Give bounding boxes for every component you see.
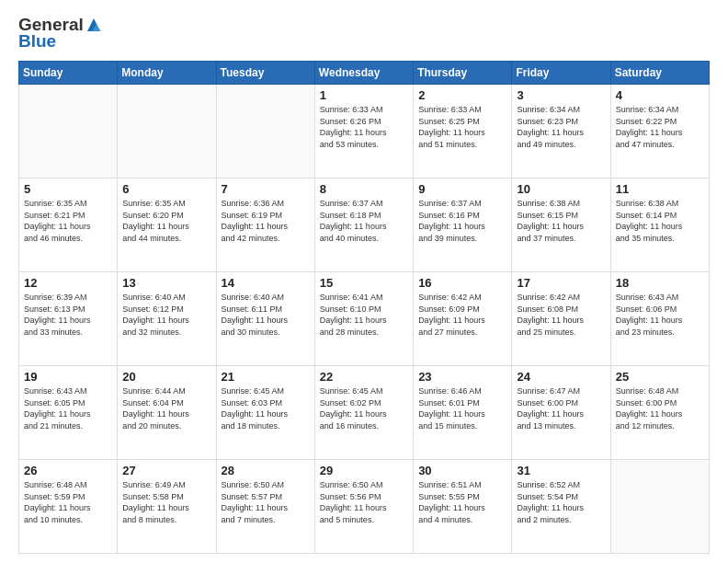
day-number: 18 [616,276,704,290]
day-number: 25 [616,370,704,384]
day-number: 6 [122,182,210,196]
calendar-cell: 26Sunrise: 6:48 AM Sunset: 5:59 PM Dayli… [19,460,118,554]
weekday-header-wednesday: Wednesday [314,62,413,85]
day-number: 23 [418,370,506,384]
logo: General Blue [18,15,104,52]
calendar-cell: 25Sunrise: 6:48 AM Sunset: 6:00 PM Dayli… [610,366,709,460]
calendar-cell: 11Sunrise: 6:38 AM Sunset: 6:14 PM Dayli… [610,178,709,272]
day-number: 29 [320,464,408,477]
day-info: Sunrise: 6:48 AM Sunset: 6:00 PM Dayligh… [616,385,704,431]
day-number: 9 [418,182,506,196]
calendar-cell [118,85,216,178]
calendar-cell: 3Sunrise: 6:34 AM Sunset: 6:23 PM Daylig… [512,85,610,178]
calendar-cell: 30Sunrise: 6:51 AM Sunset: 5:55 PM Dayli… [414,460,512,554]
day-info: Sunrise: 6:40 AM Sunset: 6:12 PM Dayligh… [122,292,210,338]
day-info: Sunrise: 6:52 AM Sunset: 5:54 PM Dayligh… [517,479,605,525]
day-number: 8 [320,182,408,196]
calendar-week-2: 12Sunrise: 6:39 AM Sunset: 6:13 PM Dayli… [19,272,710,366]
day-info: Sunrise: 6:49 AM Sunset: 5:58 PM Dayligh… [122,479,210,525]
day-info: Sunrise: 6:41 AM Sunset: 6:10 PM Dayligh… [320,292,408,338]
day-info: Sunrise: 6:48 AM Sunset: 5:59 PM Dayligh… [24,479,112,525]
weekday-header-thursday: Thursday [414,62,512,85]
weekday-header-monday: Monday [118,62,216,85]
calendar-cell: 23Sunrise: 6:46 AM Sunset: 6:01 PM Dayli… [414,366,512,460]
day-info: Sunrise: 6:42 AM Sunset: 6:08 PM Dayligh… [517,292,605,338]
calendar-cell: 28Sunrise: 6:50 AM Sunset: 5:57 PM Dayli… [216,460,314,554]
logo-icon [84,15,104,35]
calendar-cell: 12Sunrise: 6:39 AM Sunset: 6:13 PM Dayli… [19,272,118,366]
day-number: 1 [320,88,408,102]
day-number: 19 [24,370,112,384]
day-info: Sunrise: 6:51 AM Sunset: 5:55 PM Dayligh… [418,479,506,525]
day-number: 15 [320,276,408,290]
day-info: Sunrise: 6:44 AM Sunset: 6:04 PM Dayligh… [122,385,210,431]
day-number: 27 [122,464,210,477]
day-number: 17 [517,276,605,290]
calendar-cell: 6Sunrise: 6:35 AM Sunset: 6:20 PM Daylig… [118,178,216,272]
day-number: 7 [222,182,310,196]
calendar-cell: 14Sunrise: 6:40 AM Sunset: 6:11 PM Dayli… [216,272,314,366]
day-info: Sunrise: 6:46 AM Sunset: 6:01 PM Dayligh… [418,385,506,431]
weekday-header-saturday: Saturday [610,62,709,85]
day-info: Sunrise: 6:35 AM Sunset: 6:21 PM Dayligh… [24,198,112,244]
day-number: 24 [517,370,605,384]
calendar-cell: 9Sunrise: 6:37 AM Sunset: 6:16 PM Daylig… [414,178,512,272]
day-number: 4 [616,88,704,102]
calendar-cell: 17Sunrise: 6:42 AM Sunset: 6:08 PM Dayli… [512,272,610,366]
day-number: 20 [122,370,210,384]
calendar-cell: 1Sunrise: 6:33 AM Sunset: 6:26 PM Daylig… [314,85,413,178]
calendar-cell: 4Sunrise: 6:34 AM Sunset: 6:22 PM Daylig… [610,85,709,178]
calendar-cell: 27Sunrise: 6:49 AM Sunset: 5:58 PM Dayli… [118,460,216,554]
day-number: 5 [24,182,112,196]
calendar-cell: 21Sunrise: 6:45 AM Sunset: 6:03 PM Dayli… [216,366,314,460]
day-number: 16 [418,276,506,290]
day-number: 14 [222,276,310,290]
calendar-cell: 20Sunrise: 6:44 AM Sunset: 6:04 PM Dayli… [118,366,216,460]
day-number: 30 [418,464,506,477]
calendar-cell: 16Sunrise: 6:42 AM Sunset: 6:09 PM Dayli… [414,272,512,366]
calendar-cell: 31Sunrise: 6:52 AM Sunset: 5:54 PM Dayli… [512,460,610,554]
calendar-table: SundayMondayTuesdayWednesdayThursdayFrid… [18,61,710,554]
calendar-cell: 29Sunrise: 6:50 AM Sunset: 5:56 PM Dayli… [314,460,413,554]
day-info: Sunrise: 6:34 AM Sunset: 6:23 PM Dayligh… [517,104,605,150]
calendar-cell: 24Sunrise: 6:47 AM Sunset: 6:00 PM Dayli… [512,366,610,460]
day-info: Sunrise: 6:50 AM Sunset: 5:57 PM Dayligh… [222,479,310,525]
day-number: 28 [222,464,310,477]
weekday-header-tuesday: Tuesday [216,62,314,85]
day-info: Sunrise: 6:42 AM Sunset: 6:09 PM Dayligh… [418,292,506,338]
calendar-cell [19,85,118,178]
day-info: Sunrise: 6:40 AM Sunset: 6:11 PM Dayligh… [222,292,310,338]
calendar-cell: 2Sunrise: 6:33 AM Sunset: 6:25 PM Daylig… [414,85,512,178]
day-info: Sunrise: 6:45 AM Sunset: 6:03 PM Dayligh… [222,385,310,431]
weekday-header-friday: Friday [512,62,610,85]
calendar-cell: 5Sunrise: 6:35 AM Sunset: 6:21 PM Daylig… [19,178,118,272]
day-number: 3 [517,88,605,102]
day-info: Sunrise: 6:50 AM Sunset: 5:56 PM Dayligh… [320,479,408,525]
calendar-week-4: 26Sunrise: 6:48 AM Sunset: 5:59 PM Dayli… [19,460,710,554]
day-info: Sunrise: 6:33 AM Sunset: 6:25 PM Dayligh… [418,104,506,150]
day-info: Sunrise: 6:38 AM Sunset: 6:15 PM Dayligh… [517,198,605,244]
calendar-week-1: 5Sunrise: 6:35 AM Sunset: 6:21 PM Daylig… [19,178,710,272]
day-info: Sunrise: 6:43 AM Sunset: 6:06 PM Dayligh… [616,292,704,338]
day-info: Sunrise: 6:43 AM Sunset: 6:05 PM Dayligh… [24,385,112,431]
calendar-week-3: 19Sunrise: 6:43 AM Sunset: 6:05 PM Dayli… [19,366,710,460]
calendar-cell: 7Sunrise: 6:36 AM Sunset: 6:19 PM Daylig… [216,178,314,272]
day-info: Sunrise: 6:34 AM Sunset: 6:22 PM Dayligh… [616,104,704,150]
day-number: 2 [418,88,506,102]
calendar-cell [610,460,709,554]
day-number: 31 [517,464,605,477]
calendar-cell: 8Sunrise: 6:37 AM Sunset: 6:18 PM Daylig… [314,178,413,272]
calendar-cell: 13Sunrise: 6:40 AM Sunset: 6:12 PM Dayli… [118,272,216,366]
day-info: Sunrise: 6:37 AM Sunset: 6:18 PM Dayligh… [320,198,408,244]
weekday-header-row: SundayMondayTuesdayWednesdayThursdayFrid… [19,62,710,85]
calendar-cell: 19Sunrise: 6:43 AM Sunset: 6:05 PM Dayli… [19,366,118,460]
weekday-header-sunday: Sunday [19,62,118,85]
day-info: Sunrise: 6:38 AM Sunset: 6:14 PM Dayligh… [616,198,704,244]
day-number: 12 [24,276,112,290]
calendar-cell: 22Sunrise: 6:45 AM Sunset: 6:02 PM Dayli… [314,366,413,460]
day-number: 13 [122,276,210,290]
day-number: 26 [24,464,112,477]
day-info: Sunrise: 6:45 AM Sunset: 6:02 PM Dayligh… [320,385,408,431]
calendar-cell: 15Sunrise: 6:41 AM Sunset: 6:10 PM Dayli… [314,272,413,366]
day-info: Sunrise: 6:35 AM Sunset: 6:20 PM Dayligh… [122,198,210,244]
